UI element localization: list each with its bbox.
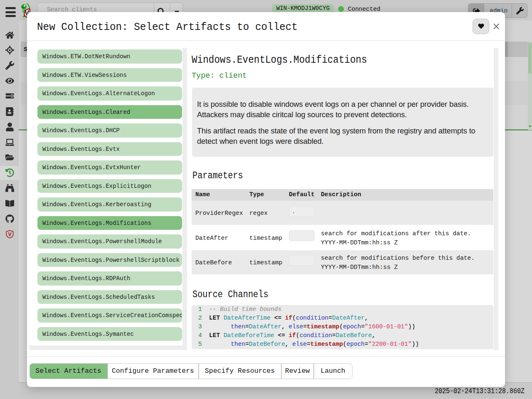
svg-text:V: V bbox=[8, 232, 12, 237]
